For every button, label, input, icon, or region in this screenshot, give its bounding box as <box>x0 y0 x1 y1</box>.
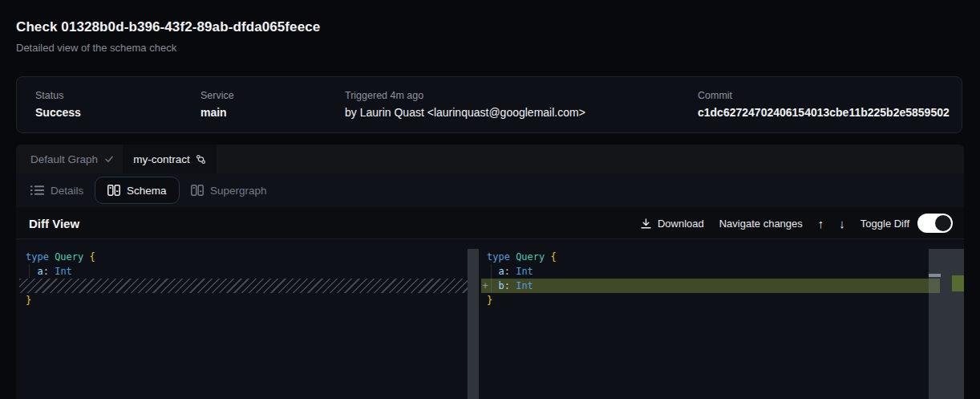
service-column: Service main <box>200 90 234 119</box>
tab-default-graph[interactable]: Default Graph <box>16 145 128 173</box>
navigate-changes-label: Navigate changes <box>719 218 803 230</box>
toggle-diff-label: Toggle Diff <box>861 218 909 230</box>
tab-details-label: Details <box>51 185 83 197</box>
diff-toolbar: Diff View Download Navigate changes ↑ ↓ … <box>16 207 964 239</box>
diff-code-line: } <box>19 293 468 307</box>
tab-my-contract[interactable]: my-contract <box>123 145 217 173</box>
download-button[interactable]: Download <box>640 218 704 230</box>
tab-supergraph[interactable]: Supergraph <box>191 173 267 207</box>
status-column: Status Success <box>35 90 81 119</box>
diff-left-code: type Query { a: Int} <box>19 250 468 307</box>
page-title: Check 01328b0d-b396-43f2-89ab-dfda065fee… <box>16 19 320 35</box>
tab-details[interactable]: Details <box>30 173 83 207</box>
tab-default-graph-label: Default Graph <box>30 153 98 165</box>
status-label: Status <box>35 90 81 101</box>
view-tab-bar: Details Schema Supergraph <box>16 173 964 207</box>
graph-tab-strip: Default Graph my-contract <box>16 145 964 173</box>
tab-my-contract-label: my-contract <box>133 153 190 165</box>
diff-code-line: type Query { <box>481 250 940 264</box>
tab-schema-label: Schema <box>127 185 167 197</box>
triggered-label: Triggered 4m ago <box>345 90 585 101</box>
next-change-button[interactable]: ↓ <box>839 217 845 230</box>
diff-placeholder-line <box>19 279 468 293</box>
schema-diff-editor: type Query { a: Int} type Query { a: Int… <box>16 239 964 399</box>
scrollbar-thumb-edge <box>929 274 941 277</box>
service-value: main <box>200 106 234 119</box>
triggered-value: by Laurin Quast <laurinquast@googlemail.… <box>345 106 585 119</box>
toggle-knob <box>935 215 951 231</box>
diff-code-line: type Query { <box>19 250 468 264</box>
previous-change-button[interactable]: ↑ <box>818 217 824 230</box>
commit-label: Commit <box>698 90 950 101</box>
check-summary-card: Status Success Service main Triggered 4m… <box>16 76 962 133</box>
left-pane-scrollbar[interactable] <box>468 249 479 399</box>
schema-check-panel: Default Graph my-contract <box>16 145 964 399</box>
diff-added-line: b: Int <box>481 279 940 293</box>
columns-icon <box>191 185 204 196</box>
overview-ruler-added-marker <box>952 275 964 291</box>
download-label: Download <box>658 218 704 230</box>
commit-value: c1dc62724702406154013cbe11b225b2e5859502 <box>698 106 950 119</box>
diff-code-line: a: Int <box>19 264 468 279</box>
toggle-diff-switch[interactable] <box>917 214 953 233</box>
diff-view-title: Diff View <box>29 207 79 239</box>
download-icon <box>640 218 652 230</box>
tab-supergraph-label: Supergraph <box>210 185 267 197</box>
commit-column: Commit c1dc62724702406154013cbe11b225b2e… <box>698 90 950 119</box>
triggered-column: Triggered 4m ago by Laurin Quast <laurin… <box>345 90 585 119</box>
toggle-diff-group: Toggle Diff <box>861 214 953 233</box>
diff-controls: Download Navigate changes ↑ ↓ Toggle Dif… <box>640 207 953 239</box>
right-pane-scrollbar[interactable] <box>929 249 964 399</box>
service-label: Service <box>200 90 234 101</box>
check-icon <box>104 154 114 164</box>
diff-code-line: a: Int <box>481 264 940 279</box>
page-subtitle: Detailed view of the schema check <box>16 42 176 54</box>
diff-right-code: type Query { a: Int b: Int} <box>481 250 940 307</box>
list-icon <box>30 185 44 196</box>
tab-schema[interactable]: Schema <box>95 177 180 204</box>
status-value: Success <box>35 106 81 119</box>
added-line-marker: + <box>478 279 492 293</box>
diff-code-line: } <box>481 293 940 307</box>
columns-icon <box>107 185 120 196</box>
contract-icon <box>196 154 206 165</box>
